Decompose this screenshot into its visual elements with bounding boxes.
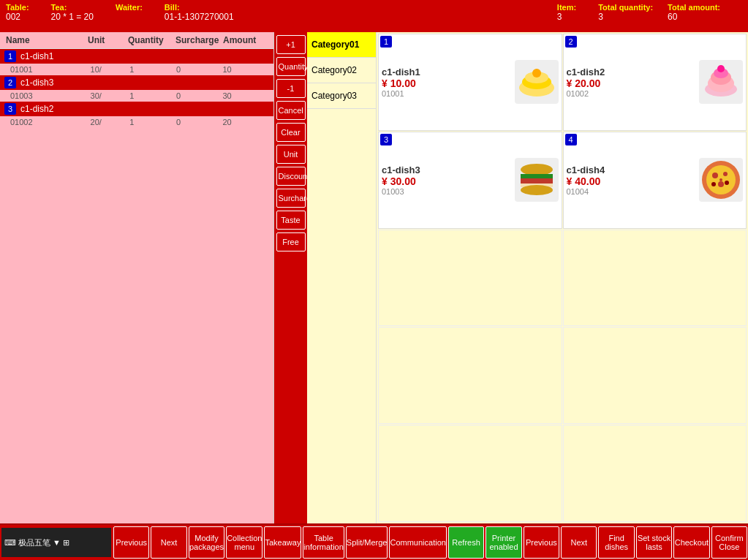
item-field: Item: 3 <box>557 3 576 22</box>
unit-button[interactable]: Unit <box>276 145 306 164</box>
item-qty: 1 <box>129 65 176 74</box>
svg-point-3 <box>532 69 541 77</box>
svg-point-16 <box>712 173 718 178</box>
next-button[interactable]: Next <box>561 526 597 559</box>
surcharge-action-button[interactable]: Surcharge <box>276 189 306 208</box>
col-header-sur: Surcharge <box>175 35 223 45</box>
confirm-close-button[interactable]: Confirm Close <box>711 526 747 559</box>
item-amt: 30 <box>222 91 269 100</box>
svg-point-13 <box>521 185 553 195</box>
discount-button[interactable]: Discount <box>276 167 306 186</box>
menu-item-image <box>699 158 743 202</box>
order-rows: 1 c1-dish1 01001 10/ 1 0 10 2 c1-dish3 0… <box>0 49 273 523</box>
previous-page-button[interactable]: Previous <box>113 526 149 559</box>
printer-enabled-button[interactable]: Printer enabled <box>486 526 521 559</box>
bill-value: 01-1-1307270001 <box>165 12 234 22</box>
menu-item-info: c1-dish3 ¥ 30.00 01003 <box>382 164 512 196</box>
next-page-button[interactable]: Next <box>151 526 186 559</box>
menu-item-code: 01004 <box>567 187 697 196</box>
order-group-header[interactable]: 1 c1-dish1 <box>0 49 273 64</box>
menu-item-name: c1-dish1 <box>382 67 512 77</box>
item-qty: 1 <box>129 91 176 100</box>
checkout-button[interactable]: Checkout <box>673 526 709 559</box>
bill-label: Bill: <box>165 3 234 12</box>
collection-menu-button[interactable]: Collection menu <box>226 526 262 559</box>
menu-item-empty-1 <box>378 230 562 327</box>
plus-one-button[interactable]: +1 <box>276 35 306 54</box>
menu-item-code: 01003 <box>382 187 512 196</box>
item-amt: 10 <box>222 65 269 74</box>
item-code: 01001 <box>4 65 91 74</box>
menu-item-1[interactable]: 1 c1-dish1 ¥ 10.00 01001 <box>378 34 562 131</box>
communication-button[interactable]: Communication <box>389 526 446 559</box>
menu-item-4[interactable]: 4 c1-dish4 ¥ 40.00 01004 <box>563 132 747 229</box>
free-button[interactable]: Free <box>276 232 306 251</box>
col-header-unit: Unit <box>88 35 128 45</box>
tea-label: Tea: <box>51 3 94 12</box>
total-qty-label: Total quantity: <box>598 3 653 12</box>
category-item-1[interactable]: Category01 <box>307 32 376 58</box>
previous-button[interactable]: Previous <box>524 526 559 559</box>
total-amt-label: Total amount: <box>668 3 720 12</box>
col-header-qty: Quantity <box>128 35 175 45</box>
menu-item-price: ¥ 30.00 <box>382 175 512 187</box>
group-name: c1-dish2 <box>20 104 53 114</box>
item-code: 01002 <box>4 118 91 126</box>
order-item-row[interactable]: 01001 10/ 1 0 10 <box>0 64 273 75</box>
svg-point-17 <box>723 172 728 176</box>
ime-text: ⌨ 极品五笔 ▼ ⊞ <box>4 537 69 548</box>
category-item-3[interactable]: Category03 <box>307 83 376 109</box>
order-panel: Name Unit Quantity Surcharge Amount 1 c1… <box>0 32 274 523</box>
menu-item-empty-2 <box>563 230 747 327</box>
item-sur: 0 <box>176 65 223 74</box>
item-unit: 30/ <box>91 91 130 100</box>
input-method: ⌨ 极品五笔 ▼ ⊞ <box>1 528 111 557</box>
modify-packages-button[interactable]: Modify packages <box>189 526 224 559</box>
order-group-header[interactable]: 3 c1-dish2 <box>0 102 273 116</box>
refresh-button[interactable]: Refresh <box>448 526 484 559</box>
menu-item-info: c1-dish1 ¥ 10.00 01001 <box>382 67 512 98</box>
svg-point-9 <box>521 164 553 175</box>
menu-item-image <box>515 158 559 202</box>
table-label: Table: <box>6 3 29 12</box>
minus-one-button[interactable]: -1 <box>276 79 306 98</box>
svg-rect-10 <box>521 174 553 178</box>
group-name: c1-dish1 <box>20 51 53 61</box>
main-area: Name Unit Quantity Surcharge Amount 1 c1… <box>0 32 748 523</box>
menu-item-info: c1-dish2 ¥ 20.00 01002 <box>567 67 697 98</box>
quantity-button[interactable]: Quantity <box>276 57 306 76</box>
find-dishes-button[interactable]: Find dishes <box>598 526 634 559</box>
table-information-button[interactable]: Table information <box>303 526 344 559</box>
item-value: 3 <box>557 12 576 22</box>
menu-item-empty-4 <box>563 327 747 424</box>
col-header-amt: Amount <box>223 35 271 45</box>
menu-item-2[interactable]: 2 c1-dish2 ¥ 20.00 01002 <box>563 34 747 131</box>
cancel-button[interactable]: Cancel <box>276 101 306 120</box>
category-item-2[interactable]: Category02 <box>307 58 376 83</box>
takeaway-button[interactable]: Takeaway <box>264 526 301 559</box>
menu-item-info: c1-dish4 ¥ 40.00 01004 <box>567 164 697 196</box>
menu-item-price: ¥ 40.00 <box>567 175 697 187</box>
order-group-header[interactable]: 2 c1-dish3 <box>0 75 273 90</box>
item-unit: 20/ <box>91 118 130 126</box>
svg-point-21 <box>719 178 722 181</box>
order-item-row[interactable]: 01003 30/ 1 0 30 <box>0 90 273 102</box>
menu-item-num: 4 <box>565 134 577 145</box>
taste-button[interactable]: Taste <box>276 211 306 230</box>
svg-rect-11 <box>521 178 553 183</box>
menu-item-3[interactable]: 3 c1-dish3 ¥ 30.00 01003 <box>378 132 562 229</box>
menu-item-image <box>699 60 743 104</box>
menu-item-code: 01001 <box>382 89 512 98</box>
bill-field: Bill: 01-1-1307270001 <box>165 3 234 22</box>
split-merge-button[interactable]: Split/Merge <box>346 526 388 559</box>
order-table-header: Name Unit Quantity Surcharge Amount <box>0 32 273 49</box>
group-num: 1 <box>4 50 16 62</box>
order-item-row[interactable]: 01002 20/ 1 0 20 <box>0 116 273 128</box>
menu-item-code: 01002 <box>567 89 697 98</box>
group-num: 3 <box>4 103 16 115</box>
clear-button[interactable]: Clear <box>276 123 306 142</box>
waiter-label: Waiter: <box>116 3 143 12</box>
table-field: Table: 002 <box>6 3 29 22</box>
set-stock-lasts-button[interactable]: Set stock lasts <box>636 526 672 559</box>
table-value: 002 <box>6 12 29 22</box>
